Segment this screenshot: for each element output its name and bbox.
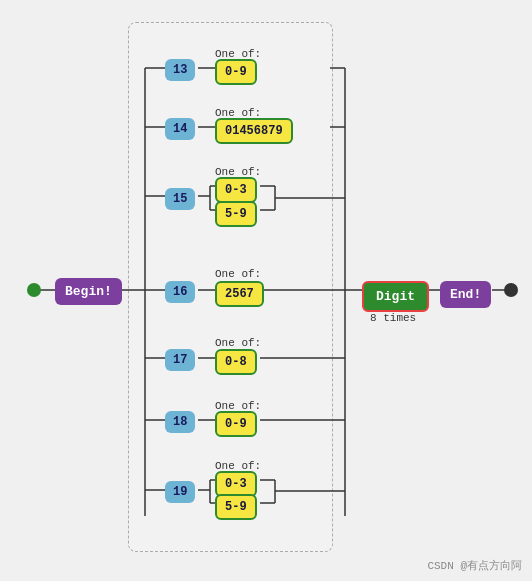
begin-label: Begin!	[55, 278, 122, 305]
range-node-14-0[interactable]: 01456879	[215, 118, 293, 144]
diagram-canvas: Begin! One of: 13 0-9 One of: 14 0145687…	[0, 0, 532, 581]
begin-node[interactable]: Begin!	[55, 278, 122, 305]
range-node-15-1[interactable]: 5-9	[215, 201, 257, 227]
range-node-18-0[interactable]: 0-9	[215, 411, 257, 437]
num-node-18[interactable]: 18	[165, 411, 195, 433]
num-node-19[interactable]: 19	[165, 481, 195, 503]
oneof-label-16: One of:	[215, 268, 261, 280]
end-node[interactable]: End!	[440, 281, 491, 308]
digit-node[interactable]: Digit	[362, 281, 429, 312]
range-node-13-0[interactable]: 0-9	[215, 59, 257, 85]
range-node-17-0[interactable]: 0-8	[215, 349, 257, 375]
range-node-19-1[interactable]: 5-9	[215, 494, 257, 520]
end-circle	[504, 283, 518, 297]
end-label: End!	[440, 281, 491, 308]
oneof-label-17: One of:	[215, 337, 261, 349]
digit-label: Digit	[362, 281, 429, 312]
num-node-14[interactable]: 14	[165, 118, 195, 140]
num-node-16[interactable]: 16	[165, 281, 195, 303]
range-node-15-0[interactable]: 0-3	[215, 177, 257, 203]
num-node-13[interactable]: 13	[165, 59, 195, 81]
range-node-16-0[interactable]: 2567	[215, 281, 264, 307]
start-circle	[27, 283, 41, 297]
watermark: CSDN @有点方向阿	[427, 558, 522, 573]
num-node-15[interactable]: 15	[165, 188, 195, 210]
times-label: 8 times	[370, 312, 416, 324]
num-node-17[interactable]: 17	[165, 349, 195, 371]
